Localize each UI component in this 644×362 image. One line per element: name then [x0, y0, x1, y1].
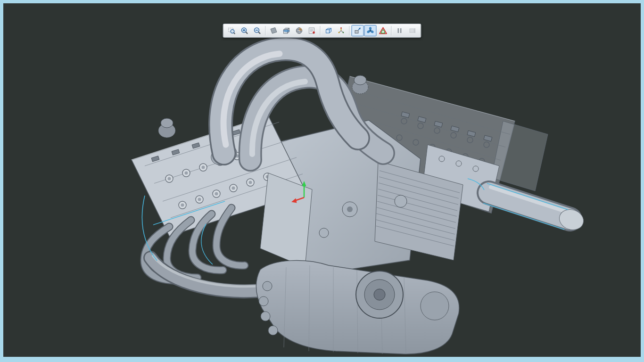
save-view-icon [308, 26, 316, 35]
section-view-button[interactable] [281, 25, 293, 36]
toolbar-separator [320, 26, 321, 35]
view-plane-button[interactable] [268, 25, 280, 36]
zoom-in-button[interactable] [239, 25, 251, 36]
isometric-view-icon [324, 26, 333, 35]
alert-triangle-icon [379, 26, 388, 35]
reference-axes-button[interactable] [335, 25, 347, 36]
pause-animation-button[interactable] [394, 25, 406, 36]
zoom-out-icon [253, 26, 262, 35]
toolbar-separator [349, 26, 350, 35]
oil-pan [256, 261, 459, 354]
move-component-icon [354, 26, 362, 35]
crank-pulley [356, 271, 403, 318]
isometric-view-button[interactable] [322, 25, 335, 36]
section-view-icon [282, 26, 291, 35]
stop-icon [408, 26, 417, 35]
engine-model [3, 3, 641, 357]
window-frame [0, 0, 644, 362]
alerts-button[interactable] [377, 25, 389, 36]
view-orientation-button[interactable] [293, 25, 305, 36]
reference-axes-icon [337, 26, 346, 35]
toolbar-separator [265, 26, 266, 35]
save-view-button[interactable] [306, 25, 318, 36]
zoom-to-fit-icon [228, 26, 236, 35]
zoom-out-button[interactable] [251, 25, 264, 36]
zoom-to-fit-button[interactable] [226, 25, 238, 36]
zoom-in-icon [240, 26, 249, 35]
view-orientation-icon [295, 26, 304, 35]
cad-viewport-canvas[interactable] [3, 3, 641, 357]
heads-up-view-toolbar [223, 24, 421, 38]
rotate-model-icon [366, 26, 375, 35]
move-component-button[interactable] [352, 25, 364, 36]
stop-animation-button[interactable] [406, 25, 419, 36]
toolbar-separator [391, 26, 392, 35]
view-plane-icon [270, 26, 278, 35]
pause-icon [396, 26, 404, 35]
rotate-model-button[interactable] [364, 25, 377, 36]
